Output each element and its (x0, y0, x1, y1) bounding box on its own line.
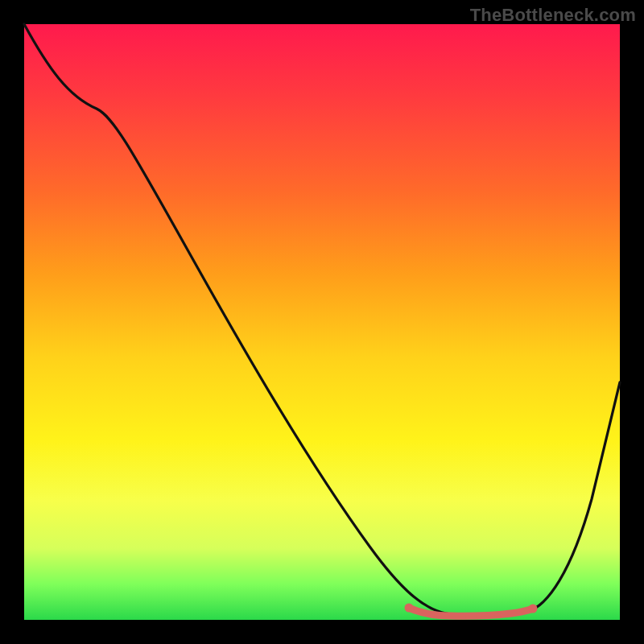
accent-dot-mid1 (460, 613, 466, 619)
accent-dot-mid2 (476, 613, 482, 619)
accent-dot-right (529, 605, 538, 613)
plot-area (24, 24, 620, 620)
accent-dot-mid3 (494, 612, 501, 618)
curve-layer (24, 24, 620, 620)
bottleneck-curve (24, 24, 620, 616)
accent-dot-left (405, 604, 414, 613)
chart-frame: TheBottleneck.com (0, 0, 644, 644)
watermark: TheBottleneck.com (470, 5, 636, 26)
accent-valley (409, 608, 533, 616)
